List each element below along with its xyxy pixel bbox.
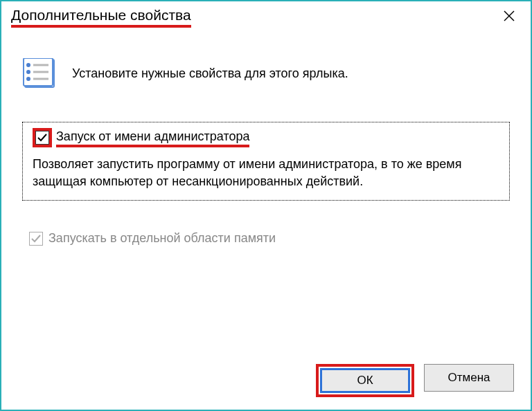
header-row: Установите нужные свойства для этого ярл… [22, 58, 510, 89]
ok-button-highlight: ОК [316, 364, 414, 397]
cancel-button[interactable]: Отмена [424, 364, 514, 392]
instruction-text: Установите нужные свойства для этого ярл… [72, 66, 348, 81]
run-as-admin-checkbox[interactable] [35, 131, 49, 145]
svg-point-4 [26, 63, 30, 67]
run-as-admin-description: Позволяет запустить программу от имени а… [33, 156, 499, 190]
window-title: Дополнительные свойства [11, 7, 191, 28]
dialog-content: Установите нужные свойства для этого ярл… [1, 30, 531, 246]
svg-point-8 [26, 77, 30, 81]
separate-memory-label: Запускать в отдельной области памяти [48, 231, 276, 246]
ok-button[interactable]: ОК [320, 368, 410, 393]
button-row: ОК Отмена [316, 364, 514, 397]
run-as-admin-group: Запуск от имени администратора Позволяет… [22, 122, 510, 201]
svg-point-6 [26, 70, 30, 74]
close-icon[interactable] [497, 7, 521, 28]
run-as-admin-label[interactable]: Запуск от имени администратора [56, 129, 249, 147]
run-as-admin-row: Запуск от имени администратора [33, 129, 499, 147]
separate-memory-row: Запускать в отдельной области памяти [29, 231, 510, 246]
properties-icon [22, 58, 55, 89]
checkbox-highlight [33, 128, 52, 147]
titlebar: Дополнительные свойства [1, 1, 531, 30]
separate-memory-checkbox [29, 232, 43, 246]
